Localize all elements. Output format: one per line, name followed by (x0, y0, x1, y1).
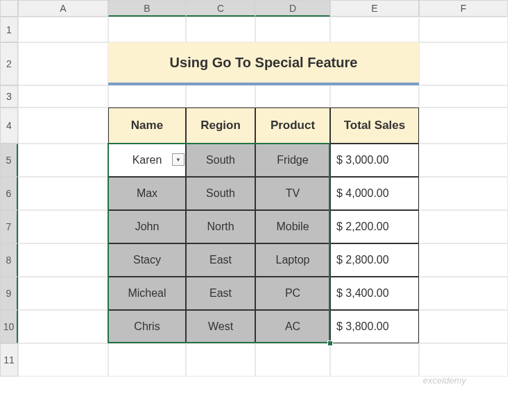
row-header-1[interactable]: 1 (0, 17, 18, 42)
title-cell[interactable]: Using Go To Special Feature (108, 42, 419, 85)
cell-a3[interactable] (18, 85, 108, 107)
col-header-b[interactable]: B (108, 0, 186, 17)
cell-region-2[interactable]: North (186, 210, 255, 243)
selection-handle[interactable] (327, 341, 333, 346)
col-header-e[interactable]: E (330, 0, 419, 17)
cell-d3[interactable] (255, 85, 330, 107)
cell-b3[interactable] (108, 85, 186, 107)
cell-d11[interactable] (255, 343, 330, 377)
cell-a9[interactable] (18, 277, 108, 310)
cell-product-0[interactable]: Fridge (255, 144, 330, 177)
row-header-3[interactable]: 3 (0, 85, 18, 107)
spreadsheet-grid: A B C D E F 1 2 3 4 5 6 7 8 9 10 11 Usin… (0, 0, 508, 377)
filter-dropdown-button[interactable]: ▼ (172, 153, 185, 166)
row-header-9[interactable]: 9 (0, 277, 18, 310)
cell-region-3[interactable]: East (186, 243, 255, 277)
cell-b11[interactable] (108, 343, 186, 377)
cell-product-3[interactable]: Laptop (255, 243, 330, 277)
row-header-11[interactable]: 11 (0, 343, 18, 377)
cell-a7[interactable] (18, 210, 108, 243)
cell-sales-1[interactable]: $ 4,000.00 (330, 177, 419, 210)
cell-region-1[interactable]: South (186, 177, 255, 210)
header-product[interactable]: Product (255, 107, 330, 144)
cell-region-5[interactable]: West (186, 310, 255, 343)
cell-b1[interactable] (108, 17, 186, 42)
header-region[interactable]: Region (186, 107, 255, 144)
cell-f1[interactable] (419, 17, 508, 42)
cell-f3[interactable] (419, 85, 508, 107)
cell-e1[interactable] (330, 17, 419, 42)
cell-sales-4[interactable]: $ 3,400.00 (330, 277, 419, 310)
row-header-4[interactable]: 4 (0, 107, 18, 144)
cell-name-4[interactable]: Micheal (108, 277, 186, 310)
cell-a5[interactable] (18, 144, 108, 177)
cell-f2[interactable] (419, 42, 508, 85)
cell-product-4[interactable]: PC (255, 277, 330, 310)
row-header-5[interactable]: 5 (0, 144, 18, 177)
cell-a6[interactable] (18, 177, 108, 210)
cell-f8[interactable] (419, 243, 508, 277)
cell-region-4[interactable]: East (186, 277, 255, 310)
cell-sales-5[interactable]: $ 3,800.00 (330, 310, 419, 343)
cell-f11[interactable] (419, 343, 508, 377)
cell-d1[interactable] (255, 17, 330, 42)
cell-name-1[interactable]: Max (108, 177, 186, 210)
select-all-corner[interactable] (0, 0, 18, 17)
cell-e3[interactable] (330, 85, 419, 107)
cell-e11[interactable] (330, 343, 419, 377)
cell-product-1[interactable]: TV (255, 177, 330, 210)
row-header-10[interactable]: 10 (0, 310, 18, 343)
cell-c11[interactable] (186, 343, 255, 377)
row-header-2[interactable]: 2 (0, 42, 18, 85)
col-header-c[interactable]: C (186, 0, 255, 17)
cell-a4[interactable] (18, 107, 108, 144)
cell-sales-2[interactable]: $ 2,200.00 (330, 210, 419, 243)
cell-name-3[interactable]: Stacy (108, 243, 186, 277)
cell-c3[interactable] (186, 85, 255, 107)
cell-product-2[interactable]: Mobile (255, 210, 330, 243)
cell-region-0[interactable]: South (186, 144, 255, 177)
col-header-d[interactable]: D (255, 0, 330, 17)
watermark: exceldemy (423, 375, 466, 386)
header-total-sales[interactable]: Total Sales (330, 107, 419, 144)
row-header-6[interactable]: 6 (0, 177, 18, 210)
cell-sales-0[interactable]: $ 3,000.00 (330, 144, 419, 177)
chevron-down-icon: ▼ (175, 157, 181, 163)
cell-a11[interactable] (18, 343, 108, 377)
cell-name-5[interactable]: Chris (108, 310, 186, 343)
cell-f4[interactable] (419, 107, 508, 144)
col-header-a[interactable]: A (18, 0, 108, 17)
cell-product-5[interactable]: AC (255, 310, 330, 343)
cell-a1[interactable] (18, 17, 108, 42)
row-header-7[interactable]: 7 (0, 210, 18, 243)
cell-f5[interactable] (419, 144, 508, 177)
cell-f7[interactable] (419, 210, 508, 243)
cell-a8[interactable] (18, 243, 108, 277)
cell-a10[interactable] (18, 310, 108, 343)
cell-a2[interactable] (18, 42, 108, 85)
row-header-8[interactable]: 8 (0, 243, 18, 277)
col-header-f[interactable]: F (419, 0, 508, 17)
cell-name-2[interactable]: John (108, 210, 186, 243)
cell-sales-3[interactable]: $ 2,800.00 (330, 243, 419, 277)
cell-c1[interactable] (186, 17, 255, 42)
header-name[interactable]: Name (108, 107, 186, 144)
cell-f9[interactable] (419, 277, 508, 310)
cell-f6[interactable] (419, 177, 508, 210)
cell-f10[interactable] (419, 310, 508, 343)
